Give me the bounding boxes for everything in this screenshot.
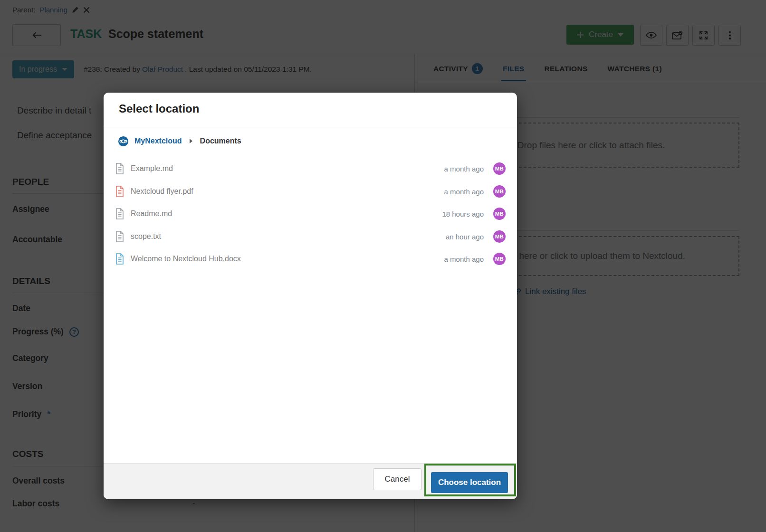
modal-footer: Cancel Choose location (104, 463, 517, 499)
file-name: Readme.md (131, 209, 442, 218)
file-icon (115, 253, 124, 265)
file-row[interactable]: Readme.md 18 hours ago MB (104, 202, 517, 225)
select-location-modal: Select location MyNextcloud Documents Ex… (104, 93, 517, 499)
file-row[interactable]: Welcome to Nextcloud Hub.docx a month ag… (104, 247, 517, 270)
file-name: Example.md (131, 164, 444, 173)
avatar: MB (493, 185, 506, 198)
work-package-page: Parent: Planning TASK Scope statement Cr… (0, 0, 766, 532)
avatar: MB (493, 208, 506, 220)
nextcloud-logo-icon (118, 136, 129, 147)
file-modified: an hour ago (446, 233, 484, 241)
cancel-button[interactable]: Cancel (373, 468, 421, 490)
file-row[interactable]: scope.txt an hour ago MB (104, 225, 517, 248)
choose-location-button[interactable]: Choose location (431, 472, 508, 493)
file-modified: a month ago (444, 165, 484, 173)
avatar: MB (493, 253, 506, 265)
file-modified: a month ago (444, 188, 484, 196)
breadcrumb-root[interactable]: MyNextcloud (134, 137, 182, 145)
file-name: Nextcloud flyer.pdf (131, 187, 444, 196)
modal-title: Select location (119, 102, 199, 115)
file-name: scope.txt (131, 232, 446, 241)
file-modified: a month ago (444, 255, 484, 263)
breadcrumb-separator-icon (190, 139, 192, 143)
modal-header-divider (104, 127, 517, 127)
file-icon (115, 186, 124, 197)
file-icon (115, 163, 124, 174)
avatar: MB (493, 230, 506, 243)
file-name: Welcome to Nextcloud Hub.docx (131, 255, 444, 263)
breadcrumb-current-folder: Documents (200, 137, 241, 145)
file-row[interactable]: Nextcloud flyer.pdf a month ago MB (104, 180, 517, 203)
file-icon (115, 208, 124, 219)
file-modified: 18 hours ago (442, 210, 484, 218)
location-breadcrumb: MyNextcloud Documents (118, 134, 241, 148)
avatar: MB (493, 162, 506, 175)
file-icon (115, 231, 124, 242)
file-row[interactable]: Example.md a month ago MB (104, 157, 517, 180)
